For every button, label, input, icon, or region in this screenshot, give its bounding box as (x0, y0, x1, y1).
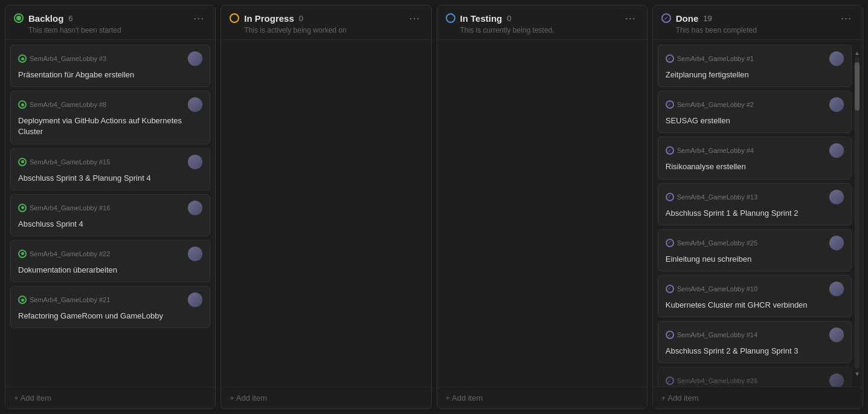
card-id-backlog-1: SemArb4_GameLobby #8 (18, 100, 106, 109)
column-title-left-in-testing: In Testing 0 (446, 13, 512, 24)
done-card-list: SemArb4_GameLobby #1 Zeitplanung fertigs… (653, 40, 863, 387)
avatar-done-3 (829, 190, 844, 204)
in-testing-column-count: 0 (507, 14, 511, 23)
avatar-done-4 (829, 236, 844, 250)
in-progress-add-item-button[interactable]: + Add item (230, 393, 267, 403)
card-title-backlog-3: Abschluss Sprint 4 (18, 219, 202, 230)
card-title-backlog-5: Refactoring GameRoom und GameLobby (18, 311, 202, 322)
card-status-icon-done-7 (666, 377, 674, 385)
card-status-icon-backlog-2 (18, 158, 27, 166)
column-title-left-done: Done 19 (661, 13, 712, 24)
card-id-done-3: SemArb4_GameLobby #13 (666, 193, 757, 201)
avatar-done-0 (829, 51, 844, 66)
done-subtitle: This has been completed (676, 26, 854, 34)
backlog-subtitle: This item hasn't been started (28, 26, 207, 34)
card-backlog-0[interactable]: SemArb4_GameLobby #3 Präsentation für Ab… (10, 45, 210, 87)
card-done-7-partial[interactable]: SemArb4_GameLobby #26 (658, 367, 852, 387)
card-title-done-1: SEUSAG erstellen (666, 115, 844, 126)
backlog-add-item-button[interactable]: + Add item (14, 393, 51, 403)
done-more-button[interactable]: ··· (838, 13, 854, 24)
column-header-in-testing: In Testing 0 ··· This is currently being… (437, 5, 647, 40)
card-done-6[interactable]: SemArb4_GameLobby #14 Abschluss Sprint 2… (658, 321, 852, 363)
column-in-testing: In Testing 0 ··· This is currently being… (437, 5, 648, 409)
card-backlog-3[interactable]: SemArb4_GameLobby #16 Abschluss Sprint 4 (10, 194, 210, 236)
avatar-backlog-0 (188, 51, 202, 66)
card-header-backlog-4: SemArb4_GameLobby #22 (18, 247, 202, 261)
in-testing-subtitle: This is currently being tested. (460, 26, 638, 34)
card-title-backlog-4: Dokumentation überarbeiten (18, 265, 202, 276)
avatar-backlog-5 (188, 293, 202, 307)
backlog-card-list: SemArb4_GameLobby #3 Präsentation für Ab… (5, 40, 215, 387)
card-header-backlog-1: SemArb4_GameLobby #8 (18, 97, 202, 112)
card-status-icon-done-3 (666, 193, 674, 201)
column-done: Done 19 ··· This has been completed SemA… (652, 5, 863, 409)
backlog-column-count: 6 (68, 14, 72, 23)
in-progress-card-list (221, 40, 431, 387)
card-done-0[interactable]: SemArb4_GameLobby #1 Zeitplanung fertigs… (658, 45, 852, 87)
card-title-done-4: Einleitung neu schreiben (666, 254, 844, 265)
card-header-backlog-3: SemArb4_GameLobby #16 (18, 201, 202, 215)
column-header-backlog: Backlog 6 ··· This item hasn't been star… (5, 5, 215, 40)
card-status-icon-backlog-0 (18, 54, 27, 63)
card-header-done-1: SemArb4_GameLobby #2 (666, 97, 844, 112)
avatar-done-2 (829, 143, 844, 158)
scroll-track (855, 57, 860, 369)
done-column-count: 19 (703, 14, 712, 23)
card-done-1[interactable]: SemArb4_GameLobby #2 SEUSAG erstellen (658, 91, 852, 133)
card-backlog-5[interactable]: SemArb4_GameLobby #21 Refactoring GameRo… (10, 286, 210, 328)
card-title-backlog-0: Präsentation für Abgabe erstellen (18, 70, 202, 80)
card-id-done-1: SemArb4_GameLobby #2 (666, 100, 754, 109)
card-status-icon-backlog-4 (18, 250, 27, 258)
in-testing-more-button[interactable]: ··· (623, 13, 638, 24)
column-header-in-progress: In Progress 0 ··· This is actively being… (221, 5, 431, 40)
card-done-3[interactable]: SemArb4_GameLobby #13 Abschluss Sprint 1… (658, 183, 852, 225)
column-title-row-in-testing: In Testing 0 ··· (446, 13, 638, 24)
scroll-thumb[interactable] (855, 62, 860, 111)
card-status-icon-done-5 (666, 285, 674, 293)
in-testing-card-list (437, 40, 647, 387)
done-add-item-button[interactable]: + Add item (661, 393, 699, 403)
in-progress-subtitle: This is actively being worked on (244, 26, 422, 34)
card-id-backlog-3: SemArb4_GameLobby #16 (18, 204, 110, 212)
card-id-done-7: SemArb4_GameLobby #26 (666, 377, 757, 385)
card-backlog-1[interactable]: SemArb4_GameLobby #8 Deployment via GitH… (10, 91, 210, 144)
card-backlog-4[interactable]: SemArb4_GameLobby #22 Dokumentation über… (10, 240, 210, 282)
card-id-backlog-0: SemArb4_GameLobby #3 (18, 54, 106, 63)
card-header-done-7: SemArb4_GameLobby #26 (666, 374, 844, 387)
in-testing-footer: + Add item (437, 387, 647, 409)
card-header-done-6: SemArb4_GameLobby #14 (666, 328, 844, 342)
done-status-icon (661, 13, 671, 23)
done-footer: + Add item (653, 387, 863, 409)
card-header-done-5: SemArb4_GameLobby #10 (666, 282, 844, 296)
backlog-footer: + Add item (5, 387, 215, 409)
card-status-icon-done-4 (666, 239, 674, 247)
in-progress-column-count: 0 (299, 14, 303, 23)
column-title-row-done: Done 19 ··· (661, 13, 854, 24)
backlog-column-name: Backlog (28, 13, 63, 24)
in-progress-more-button[interactable]: ··· (407, 13, 422, 24)
kanban-board: Backlog 6 ··· This item hasn't been star… (0, 0, 868, 414)
card-title-done-0: Zeitplanung fertigstellen (666, 70, 844, 80)
card-id-done-4: SemArb4_GameLobby #25 (666, 239, 757, 247)
column-in-progress: In Progress 0 ··· This is actively being… (220, 5, 431, 409)
scroll-up-arrow[interactable]: ▲ (855, 48, 860, 57)
card-title-backlog-2: Abschluss Sprint 3 & Planung Sprint 4 (18, 173, 202, 184)
backlog-more-button[interactable]: ··· (191, 13, 207, 24)
in-progress-status-icon (230, 13, 239, 23)
card-header-backlog-0: SemArb4_GameLobby #3 (18, 51, 202, 66)
card-done-4[interactable]: SemArb4_GameLobby #25 Einleitung neu sch… (658, 229, 852, 271)
card-id-backlog-5: SemArb4_GameLobby #21 (18, 296, 110, 304)
done-scrollbar[interactable]: ▲ ▼ (854, 48, 860, 378)
scroll-down-arrow[interactable]: ▼ (855, 369, 860, 378)
card-title-done-2: Risikoanalyse erstellen (666, 161, 844, 172)
card-status-icon-backlog-1 (18, 100, 27, 109)
card-id-done-5: SemArb4_GameLobby #10 (666, 285, 757, 293)
done-column-name: Done (676, 13, 699, 24)
card-status-icon-backlog-5 (18, 296, 27, 304)
card-backlog-2[interactable]: SemArb4_GameLobby #15 Abschluss Sprint 3… (10, 148, 210, 190)
in-progress-footer: + Add item (221, 387, 431, 409)
avatar-backlog-1 (188, 97, 202, 112)
card-done-5[interactable]: SemArb4_GameLobby #10 Kubernetes Cluster… (658, 275, 852, 317)
in-testing-add-item-button[interactable]: + Add item (446, 393, 483, 403)
card-done-2[interactable]: SemArb4_GameLobby #4 Risikoanalyse erste… (658, 137, 852, 179)
